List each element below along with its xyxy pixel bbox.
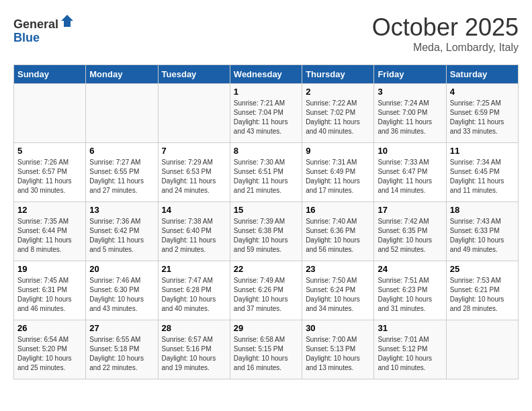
calendar-cell: 20Sunrise: 7:46 AM Sunset: 6:30 PM Dayli… (86, 261, 158, 320)
day-info: Sunrise: 7:27 AM Sunset: 6:55 PM Dayligh… (89, 158, 154, 195)
calendar-cell (14, 84, 86, 143)
day-info: Sunrise: 7:43 AM Sunset: 6:33 PM Dayligh… (450, 217, 515, 255)
weekday-header: Friday (374, 65, 446, 84)
day-number: 21 (162, 264, 226, 274)
day-info: Sunrise: 6:54 AM Sunset: 5:20 PM Dayligh… (17, 335, 82, 373)
day-info: Sunrise: 6:58 AM Sunset: 5:15 PM Dayligh… (234, 335, 298, 373)
calendar-cell: 24Sunrise: 7:51 AM Sunset: 6:23 PM Dayli… (374, 261, 446, 320)
day-number: 30 (306, 323, 370, 333)
day-number: 20 (89, 264, 154, 274)
day-number: 10 (378, 146, 442, 156)
day-number: 13 (89, 205, 154, 215)
day-number: 28 (162, 323, 226, 333)
calendar-week-row: 5Sunrise: 7:26 AM Sunset: 6:57 PM Daylig… (14, 143, 519, 202)
day-info: Sunrise: 7:39 AM Sunset: 6:38 PM Dayligh… (234, 217, 298, 255)
calendar-cell: 4Sunrise: 7:25 AM Sunset: 6:59 PM Daylig… (446, 84, 518, 143)
day-info: Sunrise: 7:22 AM Sunset: 7:02 PM Dayligh… (306, 99, 370, 136)
calendar-cell: 7Sunrise: 7:29 AM Sunset: 6:53 PM Daylig… (158, 143, 230, 202)
weekday-header: Sunday (14, 65, 86, 84)
calendar-cell: 10Sunrise: 7:33 AM Sunset: 6:47 PM Dayli… (374, 143, 446, 202)
calendar-week-row: 19Sunrise: 7:45 AM Sunset: 6:31 PM Dayli… (14, 261, 519, 320)
calendar-table: SundayMondayTuesdayWednesdayThursdayFrid… (13, 64, 519, 379)
day-number: 27 (89, 323, 154, 333)
calendar-cell: 29Sunrise: 6:58 AM Sunset: 5:15 PM Dayli… (230, 320, 302, 379)
day-number: 26 (17, 323, 82, 333)
day-info: Sunrise: 6:57 AM Sunset: 5:16 PM Dayligh… (162, 335, 226, 373)
weekday-header-row: SundayMondayTuesdayWednesdayThursdayFrid… (14, 65, 519, 84)
day-info: Sunrise: 7:26 AM Sunset: 6:57 PM Dayligh… (17, 158, 82, 195)
weekday-header: Saturday (446, 65, 518, 84)
calendar-cell: 9Sunrise: 7:31 AM Sunset: 6:49 PM Daylig… (302, 143, 374, 202)
calendar-cell: 22Sunrise: 7:49 AM Sunset: 6:26 PM Dayli… (230, 261, 302, 320)
day-info: Sunrise: 7:30 AM Sunset: 6:51 PM Dayligh… (234, 158, 298, 195)
day-number: 8 (234, 146, 298, 156)
calendar-cell: 26Sunrise: 6:54 AM Sunset: 5:20 PM Dayli… (14, 320, 86, 379)
calendar-cell (86, 84, 158, 143)
calendar-cell: 11Sunrise: 7:34 AM Sunset: 6:45 PM Dayli… (446, 143, 518, 202)
calendar-cell: 18Sunrise: 7:43 AM Sunset: 6:33 PM Dayli… (446, 202, 518, 261)
location-subtitle: Meda, Lombardy, Italy (372, 42, 519, 54)
day-number: 24 (378, 264, 442, 274)
day-info: Sunrise: 6:55 AM Sunset: 5:18 PM Dayligh… (89, 335, 154, 373)
calendar-cell: 3Sunrise: 7:24 AM Sunset: 7:00 PM Daylig… (374, 84, 446, 143)
day-info: Sunrise: 7:51 AM Sunset: 6:23 PM Dayligh… (378, 276, 442, 314)
calendar-cell: 5Sunrise: 7:26 AM Sunset: 6:57 PM Daylig… (14, 143, 86, 202)
day-info: Sunrise: 7:00 AM Sunset: 5:13 PM Dayligh… (306, 335, 370, 373)
day-info: Sunrise: 7:01 AM Sunset: 5:12 PM Dayligh… (378, 335, 442, 373)
calendar-week-row: 1Sunrise: 7:21 AM Sunset: 7:04 PM Daylig… (14, 84, 519, 143)
day-number: 4 (450, 87, 515, 97)
day-info: Sunrise: 7:24 AM Sunset: 7:00 PM Dayligh… (378, 99, 442, 136)
calendar-cell (446, 320, 518, 379)
day-number: 6 (89, 146, 154, 156)
day-number: 5 (17, 146, 82, 156)
month-title: October 2025 (372, 13, 519, 42)
day-number: 9 (306, 146, 370, 156)
calendar-cell: 13Sunrise: 7:36 AM Sunset: 6:42 PM Dayli… (86, 202, 158, 261)
calendar-cell: 1Sunrise: 7:21 AM Sunset: 7:04 PM Daylig… (230, 84, 302, 143)
day-info: Sunrise: 7:46 AM Sunset: 6:30 PM Dayligh… (89, 276, 154, 314)
page-header: General Blue October 2025 Meda, Lombardy… (13, 13, 519, 54)
calendar-cell: 8Sunrise: 7:30 AM Sunset: 6:51 PM Daylig… (230, 143, 302, 202)
day-info: Sunrise: 7:53 AM Sunset: 6:21 PM Dayligh… (450, 276, 515, 314)
day-number: 3 (378, 87, 442, 97)
day-number: 29 (234, 323, 298, 333)
day-number: 17 (378, 205, 442, 215)
day-number: 22 (234, 264, 298, 274)
day-number: 12 (17, 205, 82, 215)
weekday-header: Monday (86, 65, 158, 84)
calendar-cell: 2Sunrise: 7:22 AM Sunset: 7:02 PM Daylig… (302, 84, 374, 143)
day-info: Sunrise: 7:36 AM Sunset: 6:42 PM Dayligh… (89, 217, 154, 255)
calendar-week-row: 26Sunrise: 6:54 AM Sunset: 5:20 PM Dayli… (14, 320, 519, 379)
logo-icon (60, 13, 75, 28)
day-number: 7 (162, 146, 226, 156)
day-number: 15 (234, 205, 298, 215)
day-info: Sunrise: 7:35 AM Sunset: 6:44 PM Dayligh… (17, 217, 82, 255)
day-info: Sunrise: 7:29 AM Sunset: 6:53 PM Dayligh… (162, 158, 226, 195)
day-number: 19 (17, 264, 82, 274)
day-number: 11 (450, 146, 515, 156)
calendar-cell: 21Sunrise: 7:47 AM Sunset: 6:28 PM Dayli… (158, 261, 230, 320)
day-info: Sunrise: 7:21 AM Sunset: 7:04 PM Dayligh… (234, 99, 298, 136)
weekday-header: Tuesday (158, 65, 230, 84)
calendar-cell: 31Sunrise: 7:01 AM Sunset: 5:12 PM Dayli… (374, 320, 446, 379)
svg-marker-0 (61, 15, 73, 27)
calendar-cell: 17Sunrise: 7:42 AM Sunset: 6:35 PM Dayli… (374, 202, 446, 261)
day-info: Sunrise: 7:49 AM Sunset: 6:26 PM Dayligh… (234, 276, 298, 314)
calendar-cell: 23Sunrise: 7:50 AM Sunset: 6:24 PM Dayli… (302, 261, 374, 320)
calendar-cell: 14Sunrise: 7:38 AM Sunset: 6:40 PM Dayli… (158, 202, 230, 261)
logo-blue: Blue (13, 31, 40, 44)
day-number: 16 (306, 205, 370, 215)
calendar-cell: 19Sunrise: 7:45 AM Sunset: 6:31 PM Dayli… (14, 261, 86, 320)
calendar-week-row: 12Sunrise: 7:35 AM Sunset: 6:44 PM Dayli… (14, 202, 519, 261)
day-info: Sunrise: 7:40 AM Sunset: 6:36 PM Dayligh… (306, 217, 370, 255)
day-number: 2 (306, 87, 370, 97)
logo: General Blue (13, 13, 75, 45)
logo-general: General (13, 17, 58, 31)
day-number: 14 (162, 205, 226, 215)
day-info: Sunrise: 7:33 AM Sunset: 6:47 PM Dayligh… (378, 158, 442, 195)
day-number: 18 (450, 205, 515, 215)
day-number: 31 (378, 323, 442, 333)
calendar-cell: 28Sunrise: 6:57 AM Sunset: 5:16 PM Dayli… (158, 320, 230, 379)
day-number: 1 (234, 87, 298, 97)
day-info: Sunrise: 7:25 AM Sunset: 6:59 PM Dayligh… (450, 99, 515, 136)
